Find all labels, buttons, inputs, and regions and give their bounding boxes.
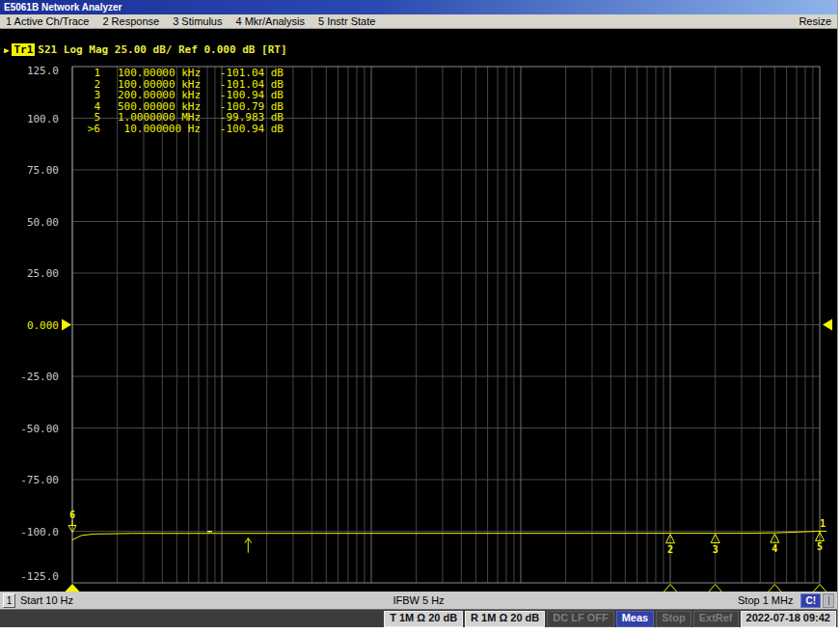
marker-number: 3: [81, 90, 100, 101]
instrument-screen: ▶ Tr1 S21 Log Mag 25.00 dB/ Ref 0.000 dB…: [0, 29, 837, 592]
marker-value: -99.983 dB: [206, 112, 284, 124]
menu-item-1[interactable]: 1 Active Ch/Trace: [6, 15, 89, 27]
menu-item-4[interactable]: 4 Mkr/Analysis: [235, 15, 305, 27]
menu-item-3[interactable]: 3 Stimulus: [173, 15, 222, 27]
menu-items: 1 Active Ch/Trace2 Response3 Stimulus4 M…: [6, 15, 375, 27]
title-bar: E5061B Network Analyzer: [0, 0, 837, 14]
y-axis-label: -50.00: [3, 423, 59, 435]
y-axis-label: -25.00: [3, 371, 59, 383]
marker-frequency: 100.00000 kHz: [100, 68, 201, 79]
window-title: E5061B Network Analyzer: [4, 2, 122, 13]
status-indicator-r-1m-20-db: R 1M Ω 20 dB: [465, 611, 545, 627]
marker-readout-row: >610.000000 Hz-100.94 dB: [81, 124, 284, 135]
marker-number: >6: [81, 124, 100, 135]
marker-readout-table: 1100.00000 kHz-101.04 dB2100.00000 kHz-1…: [81, 68, 284, 134]
trace-glitch-arrow: [245, 538, 249, 543]
marker-number: 5: [817, 541, 823, 552]
reference-level-arrow-left: [62, 319, 71, 331]
marker-number: 1: [81, 68, 100, 79]
active-marker-stimulus-triangle: [65, 585, 80, 593]
ifbw-label: IFBW 5 Hz: [393, 594, 444, 606]
marker-value: -101.04 dB: [206, 68, 284, 79]
marker-number: 2: [667, 544, 673, 555]
channel-expand-control[interactable]: [823, 593, 834, 608]
marker-readout-row: 51.0000000 MHz-99.983 dB: [81, 112, 284, 124]
marker-frequency: 1.0000000 MHz: [100, 112, 201, 124]
status-indicator-meas: Meas: [616, 611, 655, 627]
resize-button[interactable]: Resize: [799, 15, 831, 27]
app-window: E5061B Network Analyzer 1 Active Ch/Trac…: [0, 0, 838, 627]
correction-status-badge: C!: [800, 593, 821, 608]
y-axis-label: -100.0: [3, 526, 59, 538]
sweep-start-label: Start 10 Hz: [20, 594, 73, 606]
channel-expand-glyph: [828, 596, 829, 605]
y-axis-label: -75.00: [3, 474, 59, 486]
y-axis-label: 25.00: [3, 267, 59, 280]
trace-glitch-arrow: [248, 538, 252, 543]
marker-frequency: 200.00000 kHz: [100, 90, 201, 101]
channel-status-bar: 1 Start 10 Hz IFBW 5 Hz Stop 1 MHz C!: [0, 592, 837, 609]
channel-number-box[interactable]: 1: [3, 593, 15, 608]
menu-item-2[interactable]: 2 Response: [102, 15, 159, 27]
marker-stimulus-triangle: [768, 585, 781, 593]
marker-readout-row: 1100.00000 kHz-101.04 dB: [81, 68, 284, 79]
y-axis-label: 125.0: [3, 65, 59, 77]
status-indicator-2022-07-18-09-42: 2022-07-18 09:42: [741, 611, 836, 627]
y-axis-label: -125.0: [3, 570, 59, 583]
instrument-status-bar: T 1M Ω 20 dBR 1M Ω 20 dBDC LF OFFMeasSto…: [0, 609, 837, 627]
marker-frequency: 10.000000 Hz: [100, 124, 201, 135]
marker-stimulus-triangle: [709, 585, 722, 593]
y-axis-label: 50.00: [3, 216, 59, 229]
y-axis-label-reference: 0.000: [3, 319, 59, 332]
marker-stimulus-triangle: [664, 585, 677, 593]
channel-bar-left: 1 Start 10 Hz: [0, 593, 393, 608]
menu-item-5[interactable]: 5 Instr State: [318, 15, 375, 27]
status-indicator-extref: ExtRef: [693, 611, 739, 627]
trace-line: [72, 531, 820, 539]
status-indicator-t-1m-20-db: T 1M Ω 20 dB: [384, 611, 463, 627]
marker-value: -100.94 dB: [206, 124, 284, 135]
marker-readout-row: 3200.00000 kHz-100.94 dB: [81, 90, 284, 101]
sweep-stop-label: Stop 1 MHz: [738, 594, 793, 606]
active-marker-number: 6: [69, 510, 75, 520]
trace-number-label: 1: [820, 518, 826, 529]
channel-bar-right: Stop 1 MHz C!: [445, 593, 837, 608]
marker-stimulus-triangle: [813, 585, 826, 593]
marker-number: 3: [713, 544, 718, 555]
marker-number: 5: [81, 112, 100, 124]
marker-value: -100.94 dB: [206, 90, 284, 101]
status-indicator-stop: Stop: [656, 611, 691, 627]
status-indicator-dc-lf-off: DC LF OFF: [547, 611, 613, 627]
y-axis-label: 100.0: [3, 113, 59, 125]
menu-bar: 1 Active Ch/Trace2 Response3 Stimulus4 M…: [0, 14, 837, 29]
reference-level-arrow-right: [823, 319, 832, 331]
marker-number: 4: [772, 543, 777, 554]
y-axis-label: 75.00: [3, 164, 59, 177]
